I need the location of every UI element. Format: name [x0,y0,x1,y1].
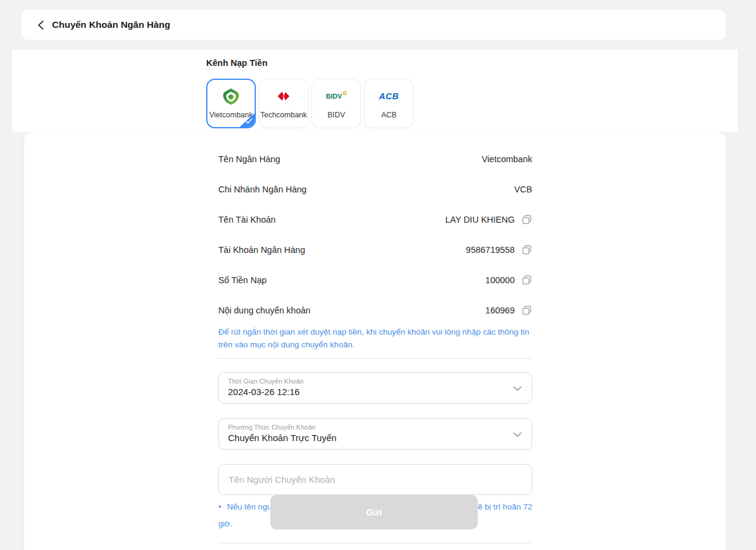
copy-amount-button[interactable] [521,275,532,286]
bank-card-acb[interactable]: ACB ACB [364,79,414,128]
transfer-time-value: 2024-03-26 12:16 [228,387,522,397]
bank-card-label: BIDV [327,111,345,119]
bank-card-list: Vietcombank Techcombank BIDV✿ BIDV [206,79,414,128]
bank-card-techcombank[interactable]: Techcombank [259,79,308,128]
row-transfer-content: Nội dung chuyển khoản 160969 [218,295,532,326]
chevron-down-icon [513,386,522,391]
bank-detail-rows: Tên Ngân Hàng Vietcombank Chi Nhánh Ngân… [218,144,532,326]
submit-button[interactable]: Gửi [270,495,478,529]
bank-card-bidv[interactable]: BIDV✿ BIDV [311,79,361,128]
transfer-method-select[interactable]: Phương Thức Chuyển Khoản Chuyển Khoản Tr… [218,418,532,450]
copy-account-number-button[interactable] [521,244,532,255]
transfer-method-value: Chuyển Khoản Trực Tuyến [228,433,522,443]
copy-account-name-button[interactable] [521,214,532,225]
bank-branch-value: VCB [514,185,532,194]
page-title: Chuyển Khoản Ngân Hàng [52,19,170,30]
techcombank-logo-icon [276,87,291,105]
back-button[interactable] [34,18,47,31]
deposit-channel-section: Kênh Nạp Tiền Vietcombank [12,50,738,132]
row-account-number: Tài Khoản Ngân Hàng 9586719558 [218,235,532,265]
transfer-detail-card: Tên Ngân Hàng Vietcombank Chi Nhánh Ngân… [24,132,726,550]
transfer-time-select[interactable]: Thời Gian Chuyển Khoản 2024-03-26 12:16 [218,372,532,404]
bank-card-label: Vietcombank [209,111,253,119]
divider [218,543,531,543]
check-icon [246,119,252,124]
page-header: Chuyển Khoản Ngân Hàng [22,10,726,40]
chevron-down-icon [513,432,522,437]
bank-card-vietcombank[interactable]: Vietcombank [206,79,256,128]
account-number-value: 9586719558 [466,245,515,255]
account-name-value: LAY DIU KHIENG [445,215,515,224]
vietcombank-logo-icon [222,87,240,105]
copy-icon [521,305,532,316]
transfer-time-label: Thời Gian Chuyển Khoản [228,378,522,385]
copy-icon [521,244,532,255]
row-account-name: Tên Tài Khoản LAY DIU KHIENG [218,205,532,235]
copy-icon [521,214,532,225]
chevron-left-icon [37,20,44,30]
sender-name-input[interactable] [218,464,532,495]
bidv-logo-icon: BIDV✿ [326,87,347,105]
divider [218,358,532,359]
bank-card-label: Techcombank [260,111,307,119]
copy-icon [521,275,532,286]
bank-name-value: Vietcombank [481,154,532,164]
row-deposit-amount: Số Tiền Nạp 100000 [218,265,532,295]
acb-logo-icon: ACB [379,87,399,105]
warning-text-end: sẽ bị trì hoãn 72 [474,499,532,516]
bank-card-label: ACB [381,111,397,119]
transfer-content-value: 160969 [486,306,515,315]
row-bank-branch: Chi Nhánh Ngân Hàng VCB [218,174,532,205]
bullet-icon: • [218,499,221,516]
row-bank-name: Tên Ngân Hàng Vietcombank [218,144,532,174]
transfer-method-label: Phương Thức Chuyển Khoản [228,424,522,431]
transfer-instruction-note: Để rút ngắn thời gian xét duyệt nạp tiền… [218,326,532,351]
deposit-channel-heading: Kênh Nạp Tiền [206,58,267,68]
deposit-amount-value: 100000 [486,275,515,285]
copy-transfer-content-button[interactable] [521,305,532,316]
bidv-flower-icon: ✿ [342,90,347,96]
